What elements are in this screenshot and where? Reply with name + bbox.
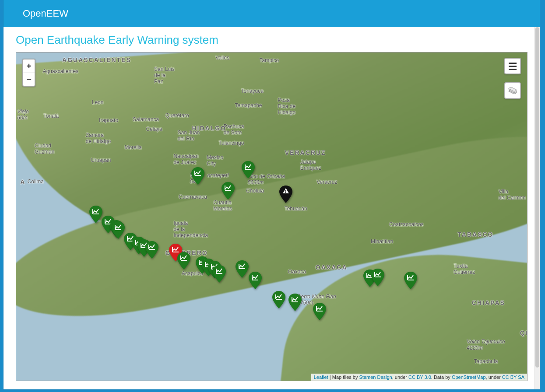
sensor-marker[interactable]	[177, 252, 190, 270]
sensor-marker[interactable]	[404, 272, 417, 289]
alert-marker[interactable]	[279, 186, 292, 203]
sensor-marker[interactable]	[288, 294, 302, 311]
zoom-control: + −	[22, 59, 35, 87]
sensor-marker[interactable]	[222, 182, 235, 200]
sensor-marker[interactable]	[272, 291, 285, 308]
sensor-marker[interactable]	[145, 241, 158, 259]
attribution-stamen-link[interactable]: Stamen Design	[359, 374, 392, 380]
sensor-marker[interactable]	[371, 269, 384, 286]
top-right-controls	[504, 58, 521, 99]
window-chrome: OpenEEW Open Earthquake Early Warning sy…	[0, 0, 545, 392]
layers-button[interactable]	[504, 82, 521, 99]
app-header: OpenEEW	[4, 0, 540, 27]
attribution-osm-link[interactable]: OpenStreetMap	[452, 374, 486, 380]
page-title: Open Earthquake Early Warning system	[16, 33, 527, 47]
menu-button[interactable]	[504, 58, 521, 74]
zoom-out-button[interactable]: −	[23, 73, 35, 86]
sensor-marker[interactable]	[112, 221, 125, 239]
sensor-marker[interactable]	[191, 167, 204, 185]
attribution-leaflet-link[interactable]: Leaflet	[314, 374, 328, 380]
brand-title: OpenEEW	[23, 8, 68, 19]
attribution-text: , under	[486, 374, 502, 380]
hamburger-icon	[509, 63, 517, 70]
sensor-marker[interactable]	[249, 272, 262, 289]
sensor-marker[interactable]	[89, 206, 102, 223]
sensor-marker[interactable]	[313, 303, 326, 320]
attribution-ccbysa-link[interactable]: CC BY SA	[502, 374, 524, 380]
attribution-ccby30-link[interactable]: CC BY 3.0	[408, 374, 431, 380]
app-window: OpenEEW Open Earthquake Early Warning sy…	[4, 0, 540, 389]
scrollbar-track[interactable]	[534, 27, 540, 389]
sensor-marker[interactable]	[242, 161, 255, 178]
sensor-marker[interactable]	[236, 260, 249, 278]
layers-icon	[508, 87, 517, 94]
attribution-text: , under	[392, 374, 408, 380]
scrollbar-thumb[interactable]	[535, 27, 539, 368]
attribution-text: | Map tiles by	[328, 374, 359, 380]
map-container[interactable]: AGUASCALIENTESVallesAguascalientesSan Lu…	[16, 52, 527, 381]
sensor-marker[interactable]	[213, 265, 226, 283]
map-attribution: Leaflet | Map tiles by Stamen Design, un…	[311, 374, 527, 381]
svg-rect-0	[285, 190, 286, 192]
page-content: Open Earthquake Early Warning system AGU…	[4, 27, 540, 389]
attribution-text: . Data by	[431, 374, 452, 380]
zoom-in-button[interactable]: +	[23, 60, 35, 73]
svg-rect-1	[285, 192, 286, 193]
